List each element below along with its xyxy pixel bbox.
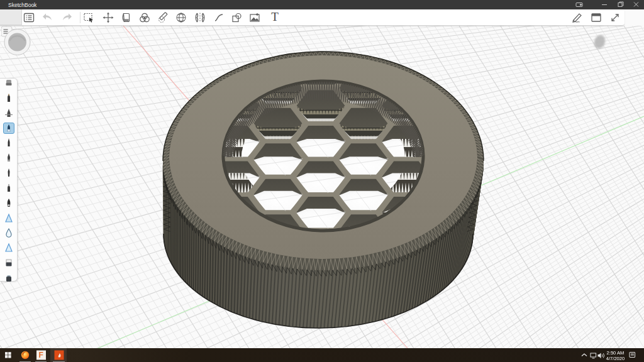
svg-text:4/7/2020: 4/7/2020	[606, 356, 625, 361]
svg-text:F: F	[39, 351, 43, 359]
svg-text:2:50 AM: 2:50 AM	[607, 350, 625, 356]
